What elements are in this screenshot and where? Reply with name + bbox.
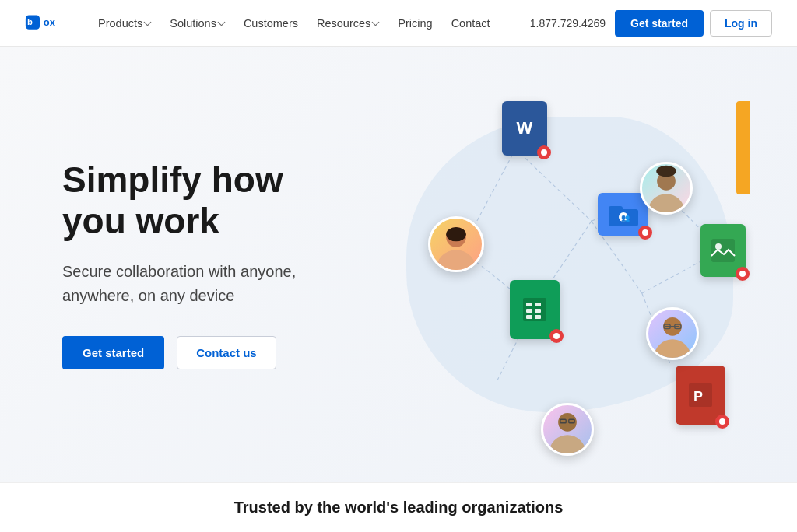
- logo[interactable]: b ox: [25, 12, 65, 34]
- svg-rect-23: [535, 315, 541, 319]
- svg-point-30: [446, 227, 466, 241]
- svg-rect-14: [609, 206, 623, 214]
- svg-point-39: [549, 435, 585, 456]
- svg-line-3: [515, 149, 591, 222]
- nav-item-pricing[interactable]: Pricing: [390, 11, 440, 36]
- svg-rect-19: [535, 303, 541, 306]
- svg-rect-22: [526, 315, 532, 319]
- avatar-man-glasses: [646, 307, 699, 360]
- nav-item-solutions[interactable]: Solutions: [162, 11, 233, 36]
- avatar-man-top-right: [640, 162, 693, 215]
- svg-rect-24: [711, 239, 735, 262]
- hero-graphic: .dline { stroke: #a0b8d8; stroke-width: …: [389, 78, 750, 451]
- image-file-icon: [700, 224, 746, 277]
- svg-rect-21: [535, 309, 541, 313]
- avatar-man-bottom: [541, 403, 594, 456]
- chevron-down-icon: [373, 22, 379, 26]
- lock-badge-word: [537, 145, 551, 159]
- navbar: b ox Products Solutions Customers Resour…: [0, 0, 797, 47]
- phone-number: 1.877.729.4269: [530, 17, 606, 30]
- lock-badge-slides: [715, 415, 729, 429]
- svg-text:ox: ox: [44, 16, 56, 28]
- svg-text:b: b: [27, 17, 33, 26]
- svg-point-25: [715, 243, 722, 250]
- hero-text: Simplify how you work Secure collaborati…: [62, 159, 389, 370]
- lock-badge-folder: [638, 226, 652, 240]
- svg-text:👥: 👥: [620, 213, 630, 222]
- get-started-button-hero[interactable]: Get started: [62, 336, 164, 369]
- slides-file-icon: P: [676, 366, 725, 425]
- hero-title: Simplify how you work: [62, 159, 389, 242]
- nav-item-products[interactable]: Products: [90, 11, 159, 36]
- lock-badge-image: [736, 267, 750, 281]
- contact-us-button[interactable]: Contact us: [177, 336, 276, 369]
- sheets-file-icon: [510, 280, 560, 339]
- login-button[interactable]: Log in: [710, 10, 772, 37]
- svg-point-33: [656, 166, 676, 177]
- svg-rect-18: [526, 303, 532, 306]
- chevron-down-icon: [219, 22, 225, 26]
- svg-point-40: [558, 413, 577, 432]
- hero-section: Simplify how you work Secure collaborati…: [0, 47, 797, 482]
- avatar-woman-left: [428, 216, 484, 272]
- svg-text:P: P: [693, 389, 703, 404]
- word-file-icon: W: [502, 101, 547, 156]
- trusted-bar: Trusted by the world's leading organizat…: [0, 482, 797, 532]
- folder-icon: 👥: [598, 193, 648, 236]
- lock-badge-sheets: [549, 329, 564, 343]
- nav-item-contact[interactable]: Contact: [444, 11, 498, 36]
- nav-links: Products Solutions Customers Resources P…: [90, 11, 521, 36]
- nav-item-resources[interactable]: Resources: [309, 11, 387, 36]
- hero-buttons: Get started Contact us: [62, 336, 389, 369]
- orange-accent-bar: [736, 101, 750, 194]
- svg-rect-20: [526, 309, 532, 313]
- trusted-text: Trusted by the world's leading organizat…: [234, 499, 564, 516]
- hero-subtitle: Secure collaboration with anyone, anywhe…: [62, 260, 311, 308]
- get-started-button-nav[interactable]: Get started: [615, 10, 704, 37]
- chevron-down-icon: [145, 22, 151, 26]
- nav-item-customers[interactable]: Customers: [236, 11, 306, 36]
